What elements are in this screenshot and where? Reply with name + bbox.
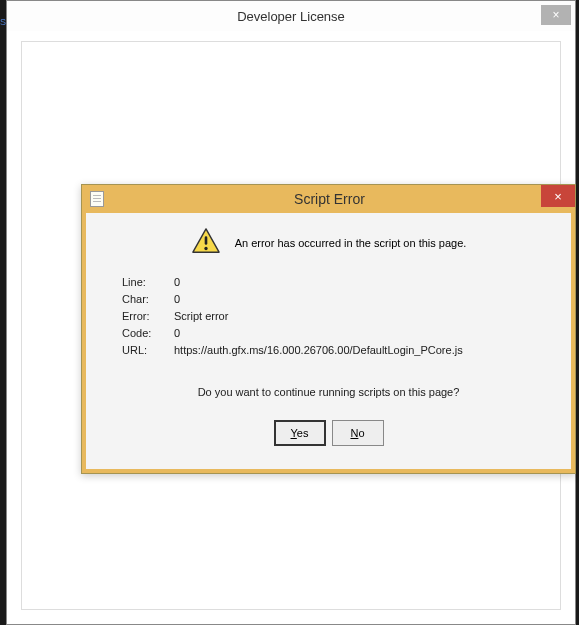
label-char: Char: [122,293,166,305]
value-line: 0 [174,276,541,288]
continue-prompt: Do you want to continue running scripts … [116,386,541,398]
inner-close-button[interactable]: × [541,185,575,207]
error-message: An error has occurred in the script on t… [235,237,467,249]
yes-button[interactable]: Yes [274,420,326,446]
close-icon: × [552,8,559,22]
value-char: 0 [174,293,541,305]
value-error: Script error [174,310,541,322]
label-error: Error: [122,310,166,322]
no-label: No [350,427,364,439]
details-grid: Line: 0 Char: 0 Error: Script error Code… [122,276,541,356]
warning-icon [191,227,221,258]
label-line: Line: [122,276,166,288]
outer-titlebar: Developer License × [7,1,575,31]
dialog-body: An error has occurred in the script on t… [82,213,575,473]
label-url: URL: [122,344,166,356]
script-error-dialog: Script Error × An error has occurred in … [81,184,576,474]
outer-close-button[interactable]: × [541,5,571,25]
close-icon: × [554,189,562,204]
inner-dialog-title: Script Error [104,191,575,207]
document-icon [90,191,104,207]
yes-label: Yes [291,427,309,439]
inner-titlebar: Script Error × [82,185,575,213]
svg-point-2 [204,247,207,250]
svg-rect-1 [204,236,207,244]
value-url: https://auth.gfx.ms/16.000.26706.00/Defa… [174,344,541,356]
no-button[interactable]: No [332,420,384,446]
button-row: Yes No [116,420,541,446]
outer-window-title: Developer License [237,9,345,24]
value-code: 0 [174,327,541,339]
message-row: An error has occurred in the script on t… [116,227,541,258]
label-code: Code: [122,327,166,339]
developer-license-window: Developer License × Script Error × [6,0,576,625]
